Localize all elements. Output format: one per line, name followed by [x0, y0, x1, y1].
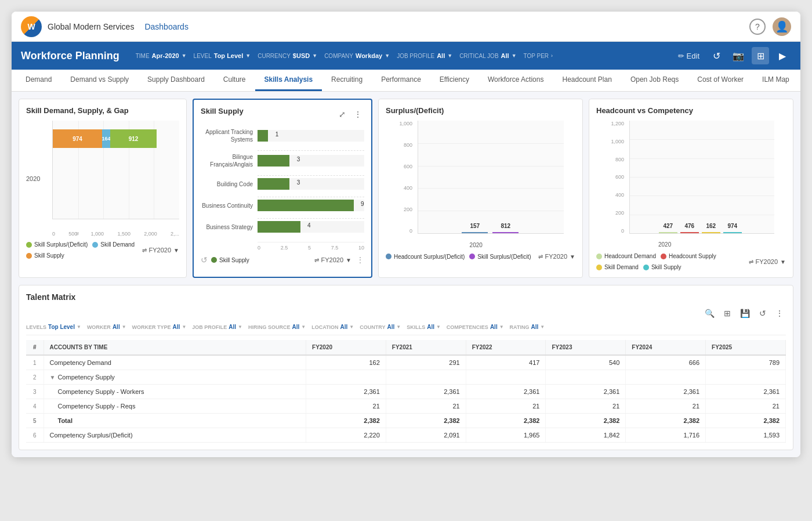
col-fy2024: FY2024: [626, 340, 706, 355]
talent-matrix-section: Talent Matrix 🔍 ⊞ 💾 ↺ ⋮ LEVELS Top Level…: [19, 285, 793, 450]
talent-table: # ACCOUNTS BY TIME FY2020 FY2021 FY2022 …: [26, 340, 786, 443]
filter-competencies[interactable]: COMPETENCIES All ▼: [447, 324, 504, 330]
dashboards-link[interactable]: Dashboards: [144, 22, 188, 31]
tab-recruiting[interactable]: Recruiting: [322, 70, 372, 91]
table-row-total: 5 Total 2,382 2,382 2,382 2,382 2,382 2,…: [26, 414, 786, 428]
filter-top-per[interactable]: TOP PER ›: [524, 53, 553, 59]
chart2-actions: ⤢ ⋮: [336, 108, 364, 120]
col-fy2023: FY2023: [546, 340, 626, 355]
filter-time[interactable]: TIME Apr-2020 ▼: [136, 52, 187, 59]
export-button[interactable]: ⊞: [722, 307, 733, 319]
chart4-bar-skill-demand: 162: [702, 232, 720, 233]
skill-bar-row-4: Business Continuity 9: [201, 200, 364, 211]
header-bar: Workforce Planning TIME Apr-2020 ▼ LEVEL…: [12, 42, 800, 70]
chart3-bar-skill-surplus: 812: [492, 232, 519, 233]
skill-bar-row-1: Applicant Tracking Systems 1: [201, 128, 364, 143]
expand-toggle[interactable]: ▼: [50, 374, 56, 381]
talent-filters: LEVELS Top Level ▼ WORKER All ▼ WORKER T…: [26, 324, 786, 335]
chart2-refresh-btn[interactable]: ↺: [201, 255, 208, 265]
filter-levels[interactable]: LEVELS Top Level ▼: [26, 324, 81, 330]
chart3-fy[interactable]: ⇌ FY2020 ▼: [538, 253, 575, 260]
chart3-x-axis: 2020: [418, 242, 564, 248]
table-row: 4 Competency Supply - Reqs 21 21 21 21 2…: [26, 399, 786, 414]
chart2-more-btn[interactable]: ⋮: [356, 255, 364, 265]
filter-worker-type[interactable]: WORKER TYPE All ▼: [132, 324, 187, 330]
filter-hiring-source[interactable]: HIRING SOURCE All ▼: [248, 324, 306, 330]
video-button[interactable]: ▶: [774, 47, 791, 64]
refresh-button[interactable]: ↺: [708, 47, 725, 64]
tab-skills-analysis[interactable]: Skills Analysis: [255, 70, 322, 91]
chart2-footer-right: ⇌ FY2020 ▼ ⋮: [314, 255, 364, 265]
tab-performance[interactable]: Performance: [372, 70, 430, 91]
col-accounts: ACCOUNTS BY TIME: [44, 340, 306, 355]
edit-button[interactable]: ✏ Edit: [675, 49, 703, 63]
chart-surplus-deficit: Surplus/(Deficit) 1,000 800 600 400 200 …: [378, 99, 583, 278]
tab-supply-dashboard[interactable]: Supply Dashboard: [138, 70, 214, 91]
col-fy2020: FY2020: [306, 340, 386, 355]
chart2-fy[interactable]: ⇌ FY2020 ▼: [314, 256, 351, 263]
chart2-x-axis: 0 2.5 5 7.5 10: [258, 242, 364, 251]
chart1-fy[interactable]: ⇌ FY2020 ▼: [142, 247, 179, 254]
skill-bar-row-2: Bilingue Français/Anglais 3: [201, 153, 364, 168]
filter-worker[interactable]: WORKER All ▼: [87, 324, 126, 330]
filter-currency[interactable]: CURRENCY $USD ▼: [258, 52, 317, 59]
chart-headcount-vs-competency: Headcount vs Competency 1,200 1,000 800 …: [589, 99, 793, 278]
main-content: Skill Demand, Supply, & Gap 2020: [12, 92, 800, 457]
chart3-y-axis: 1,000 800 600 400 200 0: [392, 121, 415, 234]
chart4-bars-group: 427 476: [659, 232, 742, 233]
header-actions: ✏ Edit ↺ 📷 ⊞ ▶: [675, 47, 791, 64]
chart3-footer: Headcount Surplus/(Deficit) Skill Surplu…: [386, 253, 575, 260]
chart2-legend: Skill Supply: [211, 257, 249, 263]
more-options-button[interactable]: ⋮: [351, 108, 364, 120]
chart-skill-supply: Skill Supply ⤢ ⋮ Applicant Tracking Syst…: [193, 99, 372, 278]
filter-country[interactable]: COUNTRY All ▼: [360, 324, 401, 330]
charts-row: Skill Demand, Supply, & Gap 2020: [19, 99, 793, 278]
avatar[interactable]: 👤: [773, 17, 791, 36]
filter-location[interactable]: LOCATION All ▼: [311, 324, 354, 330]
table-row: 1 Competency Demand 162 291 417 540 666 …: [26, 355, 786, 370]
tab-culture[interactable]: Culture: [214, 70, 255, 91]
chart2-title: Skill Supply: [201, 107, 244, 115]
table-more-button[interactable]: ⋮: [773, 307, 786, 319]
tab-efficiency[interactable]: Efficiency: [430, 70, 478, 91]
chart3-title: Surplus/(Deficit): [386, 106, 575, 115]
filter-job-profile-table[interactable]: JOB PROFILE All ▼: [192, 324, 242, 330]
grid-view-button[interactable]: ⊞: [752, 47, 769, 64]
tab-open-job-reqs[interactable]: Open Job Reqs: [621, 70, 688, 91]
filter-rating[interactable]: RATING All ▼: [510, 324, 545, 330]
chart-skill-demand-supply-gap: Skill Demand, Supply, & Gap 2020: [19, 99, 187, 278]
table-row: 3 Competency Supply - Workers 2,361 2,36…: [26, 385, 786, 399]
tab-headcount-plan[interactable]: Headcount Plan: [553, 70, 621, 91]
chart1-footer: Skill Surplus/(Deficit) Skill Demand Ski…: [26, 241, 179, 259]
save-button[interactable]: 💾: [738, 307, 752, 319]
tab-workforce-actions[interactable]: Workforce Actions: [478, 70, 553, 91]
col-num: #: [26, 340, 44, 355]
help-icon[interactable]: ?: [749, 19, 766, 35]
expand-button[interactable]: ⤢: [336, 108, 348, 120]
chart1-bars-area: 974 164 912: [52, 121, 179, 219]
chart4-x-axis: 2020: [629, 240, 774, 248]
workday-logo: W: [21, 16, 42, 37]
chart2-header: Skill Supply ⤢ ⋮: [201, 107, 364, 121]
chart3-legend: Headcount Surplus/(Deficit) Skill Surplu…: [386, 254, 531, 260]
search-button[interactable]: 🔍: [702, 307, 717, 319]
filter-level[interactable]: LEVEL Top Level ▼: [194, 52, 251, 59]
camera-button[interactable]: 📷: [730, 47, 747, 64]
chart1-legend: Skill Surplus/(Deficit) Skill Demand Ski…: [26, 241, 142, 259]
table-refresh-button[interactable]: ↺: [757, 307, 768, 319]
tab-bar: Demand Demand vs Supply Supply Dashboard…: [12, 70, 800, 92]
table-row: 6 Competency Surplus/(Deficit) 2,220 2,0…: [26, 428, 786, 443]
chart4-plot: 427 476: [629, 121, 774, 234]
col-fy2021: FY2021: [386, 340, 466, 355]
chart4-fy[interactable]: ⇌ FY2020 ▼: [749, 258, 786, 265]
chart2-footer: ↺ Skill Supply ⇌ FY2020 ▼: [201, 255, 364, 265]
company-name: Global Modern Services: [48, 22, 134, 31]
filter-job-profile[interactable]: JOB PROFILE All ▼: [397, 52, 452, 59]
filter-skills[interactable]: SKILLS All ▼: [407, 324, 441, 330]
filter-company[interactable]: COMPANY Workday ▼: [324, 52, 390, 59]
tab-demand-vs-supply[interactable]: Demand vs Supply: [61, 70, 138, 91]
tab-cost-of-worker[interactable]: Cost of Worker: [688, 70, 753, 91]
tab-ilm-map[interactable]: ILM Map: [753, 70, 799, 91]
filter-critical-job[interactable]: CRITICAL JOB All ▼: [459, 52, 516, 59]
tab-demand[interactable]: Demand: [16, 70, 61, 91]
